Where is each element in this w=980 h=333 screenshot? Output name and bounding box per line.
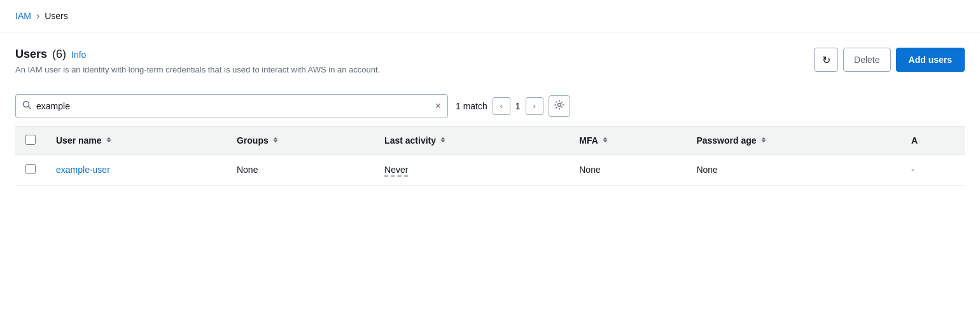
add-users-button[interactable]: Add users [896, 48, 965, 72]
svg-line-1 [29, 107, 31, 109]
table-settings-button[interactable] [549, 95, 570, 117]
td-access: - [901, 154, 965, 185]
username-sort-icon [106, 136, 112, 145]
td-checkbox[interactable] [15, 154, 46, 185]
th-last-activity[interactable]: Last activity [374, 127, 569, 155]
td-username: example-user [46, 154, 227, 185]
user-link[interactable]: example-user [56, 165, 110, 175]
last-activity-sort-icon [440, 136, 446, 145]
password-age-sort-icon [760, 136, 767, 145]
breadcrumb: IAM › Users [0, 0, 980, 32]
info-link[interactable]: Info [71, 50, 86, 60]
search-input[interactable] [36, 101, 430, 111]
search-box: × [15, 94, 448, 118]
th-username[interactable]: User name [46, 127, 227, 155]
breadcrumb-current: Users [45, 11, 68, 21]
th-username-label: User name [56, 135, 102, 146]
th-password-age-label: Password age [696, 135, 756, 146]
users-table: User name Groups [15, 127, 965, 186]
table-row: example-user None Never None None [15, 154, 965, 185]
th-access-label: A [911, 135, 918, 146]
refresh-icon: ↻ [822, 54, 830, 66]
match-text: 1 match [456, 101, 487, 111]
td-mfa: None [569, 154, 686, 185]
select-all-checkbox[interactable] [25, 135, 36, 145]
header-description: An IAM user is an identity with long-ter… [15, 64, 380, 76]
th-groups-label: Groups [237, 135, 269, 146]
page-header: Users (6) Info An IAM user is an identit… [15, 48, 965, 76]
settings-icon [554, 100, 564, 112]
row-checkbox[interactable] [25, 164, 36, 174]
next-page-button[interactable]: › [526, 97, 543, 115]
delete-button[interactable]: Delete [843, 48, 890, 72]
td-last-activity: Never [374, 154, 569, 185]
th-access: A [901, 127, 965, 155]
header-actions: ↻ Delete Add users [814, 48, 965, 72]
table-header-row: User name Groups [15, 127, 965, 155]
mfa-sort-icon [602, 136, 608, 145]
th-last-activity-label: Last activity [384, 135, 436, 146]
groups-value: None [237, 165, 258, 175]
th-select-all[interactable] [15, 127, 46, 155]
page-number: 1 [513, 101, 523, 111]
header-title-row: Users (6) Info [15, 48, 380, 61]
refresh-button[interactable]: ↻ [814, 48, 838, 72]
page-navigation: ‹ 1 › [493, 97, 543, 115]
td-groups: None [227, 154, 374, 185]
mfa-value: None [579, 165, 600, 175]
th-groups[interactable]: Groups [227, 127, 374, 155]
prev-page-button[interactable]: ‹ [493, 97, 510, 115]
match-info: 1 match ‹ 1 › [456, 95, 570, 117]
search-icon [22, 100, 31, 111]
th-mfa[interactable]: MFA [569, 127, 686, 155]
th-password-age[interactable]: Password age [686, 127, 901, 155]
breadcrumb-iam-link[interactable]: IAM [15, 11, 31, 21]
users-table-container: User name Groups [15, 126, 965, 186]
users-count: (6) [52, 48, 66, 61]
breadcrumb-separator: › [36, 10, 39, 22]
clear-icon[interactable]: × [435, 101, 441, 111]
search-row: × 1 match ‹ 1 › [15, 86, 965, 126]
td-password-age: None [686, 154, 901, 185]
last-activity-value: Never [384, 165, 408, 175]
header-left: Users (6) Info An IAM user is an identit… [15, 48, 380, 76]
groups-sort-icon [272, 136, 279, 145]
main-content: Users (6) Info An IAM user is an identit… [0, 32, 980, 186]
th-mfa-label: MFA [579, 135, 598, 146]
access-value: - [911, 165, 914, 175]
svg-point-2 [557, 103, 561, 106]
page-title: Users [15, 48, 47, 61]
password-age-value: None [696, 165, 717, 175]
